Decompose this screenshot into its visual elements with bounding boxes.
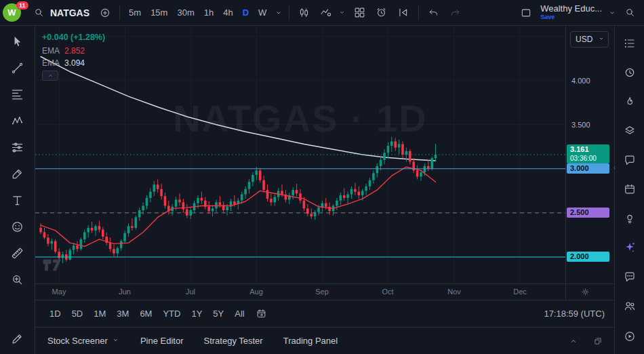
multichart-layout-icon[interactable] [349,3,369,22]
go-to-date-icon[interactable] [252,305,271,323]
interval-4h[interactable]: 4h [218,3,237,22]
layout-name-widget[interactable]: Wealthy Educ... Save [538,3,605,22]
tab-pine-editor[interactable]: Pine Editor [140,336,184,346]
indicators-dropdown-icon[interactable] [336,3,348,22]
range-5y[interactable]: 5Y [208,307,228,321]
tutorials-play-icon[interactable] [619,327,641,346]
quick-search-icon[interactable] [620,3,640,22]
create-alert-icon[interactable] [371,3,391,22]
top-toolbar: W 11 NATGAS 5m15m30m1h4hDW Wealthy Educ.… [0,0,644,26]
main-region: NATGAS · 1D +0.040 (+1.28%) EMA 2.852 EM… [0,26,644,354]
interval-dropdown-icon[interactable] [273,3,285,22]
range-all[interactable]: All [230,307,249,321]
chat-icon[interactable] [619,151,641,170]
bottom-panel-bar: Stock ScreenerPine EditorStrategy Tester… [35,327,614,354]
bar-replay-icon[interactable] [393,3,413,22]
chart-column: NATGAS · 1D +0.040 (+1.28%) EMA 2.852 EM… [35,26,614,354]
ema-legend-row[interactable]: EMA 2.852 [42,46,105,56]
app-logo[interactable]: W 11 [3,3,27,23]
panel-restore-icon[interactable] [590,333,606,349]
community-icon[interactable] [619,296,641,315]
redo-icon[interactable] [445,3,465,22]
ai-assistant-icon[interactable] [619,238,641,257]
tab-strategy-tester[interactable]: Strategy Tester [203,336,262,346]
ideas-icon[interactable] [619,209,641,228]
currency-label: USD [576,35,592,44]
cursor-icon[interactable] [6,33,29,50]
save-layout-label[interactable]: Save [540,13,555,21]
interval-W[interactable]: W [254,3,271,22]
footer-tabs-group: Stock ScreenerPine EditorStrategy Tester… [47,336,338,347]
object-tree-icon[interactable] [619,121,641,140]
range-1y[interactable]: 1Y [186,307,207,321]
currency-selector[interactable]: USD [570,31,609,47]
month-label-dec: Dec [513,288,527,296]
chart-settings-gear-icon[interactable] [578,286,592,299]
zoom-in-icon[interactable] [6,271,29,288]
brush-icon[interactable] [6,165,29,182]
legend-collapse-button[interactable] [42,71,58,81]
calendar-icon[interactable] [619,180,641,199]
interval-D[interactable]: D [238,3,254,22]
time-axis[interactable]: MayJunJulAugSepOctNovDec [35,284,565,300]
indicator-value: 2.852 [64,46,85,56]
interval-30m[interactable]: 30m [172,3,199,22]
range-1m[interactable]: 1M [89,307,110,321]
panel-collapse-arrow[interactable] [611,159,618,176]
indicator-value: 3.094 [64,58,85,68]
axis-corner [565,284,614,300]
interval-5m[interactable]: 5m [124,3,146,22]
candlestick-chart[interactable] [35,26,565,283]
measure-icon[interactable] [6,244,29,262]
interval-15m[interactable]: 15m [146,3,172,22]
chart-wrap: NATGAS · 1D +0.040 (+1.28%) EMA 2.852 EM… [35,26,614,283]
drawing-toolbar [0,26,35,354]
month-label-jun: Jun [119,288,131,296]
clock-utc[interactable]: 17:18:59 (UTC) [544,309,605,319]
chevron-down-icon [111,336,120,347]
range-1d[interactable]: 1D [45,307,66,321]
range-3m[interactable]: 3M [112,307,134,321]
emoji-icon[interactable] [6,218,29,235]
messages-icon[interactable] [619,267,641,286]
range-5d[interactable]: 5D [67,307,88,321]
chart-canvas[interactable]: NATGAS · 1D +0.040 (+1.28%) EMA 2.852 EM… [35,26,565,283]
prediction-tools-icon[interactable] [6,138,29,156]
range-6m[interactable]: 6M [135,307,157,321]
chart-style-candles-icon[interactable] [294,3,314,22]
time-axis-row: MayJunJulAugSepOctNovDec [35,283,614,300]
text-tool-icon[interactable] [6,191,29,209]
layout-name-label: Wealthy Educ... [540,5,602,13]
watchlist-icon[interactable] [619,34,641,53]
tab-trading-panel[interactable]: Trading Panel [283,336,338,346]
undo-icon[interactable] [423,3,443,22]
symbol-name[interactable]: NATGAS [50,3,94,22]
trend-line-icon[interactable] [6,59,29,77]
footer-right-icons [565,333,606,349]
xabcd-pattern-icon[interactable] [6,112,29,130]
toolbar-divider [119,5,120,20]
compare-add-icon[interactable] [95,3,115,22]
symbol-search-icon[interactable] [28,3,49,22]
tradingview-logo[interactable] [42,258,65,274]
tab-stock-screener[interactable]: Stock Screener [47,336,120,347]
quick-draw-pencil-icon[interactable] [6,330,29,347]
range-ytd[interactable]: YTD [158,307,185,321]
alerts-icon[interactable] [619,63,641,82]
level-price-badge: 2.000 [567,252,609,262]
chart-tools-group [294,3,414,22]
ema-legend-row[interactable]: EMA 3.094 [42,58,105,68]
hotlists-icon[interactable] [619,92,641,111]
last-price-badge: 3.16103:36:00 [567,144,609,163]
interval-1h[interactable]: 1h [199,3,218,22]
month-label-jul: Jul [186,288,195,296]
layout-dropdown-icon[interactable] [606,3,618,22]
panel-expand-icon[interactable] [565,333,582,349]
indicators-icon[interactable] [315,3,336,22]
chart-legend: +0.040 (+1.28%) EMA 2.852 EMA 3.094 [42,33,105,81]
interval-group: 5m15m30m1h4hDW [124,3,271,22]
notification-count-badge: 11 [16,1,28,9]
fib-retracement-icon[interactable] [6,85,29,103]
price-axis[interactable]: USD 4.0003.5003.16103:36:003.0002.5002.0… [565,26,614,283]
layout-select-icon[interactable] [516,3,536,22]
